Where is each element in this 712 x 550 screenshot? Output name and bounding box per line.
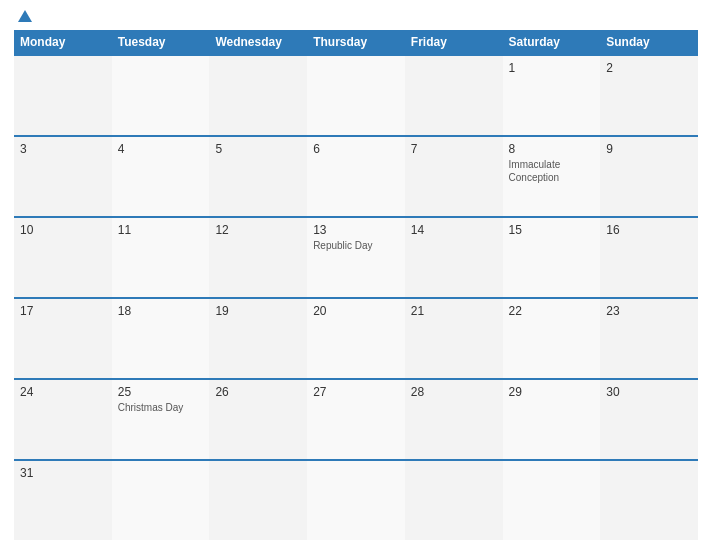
calendar-body: 12345678Immaculate Conception910111213Re… <box>14 54 698 540</box>
calendar-cell <box>209 56 307 135</box>
calendar-page: MondayTuesdayWednesdayThursdayFridaySatu… <box>0 0 712 550</box>
calendar-cell: 2 <box>600 56 698 135</box>
holiday-label: Immaculate Conception <box>509 158 595 184</box>
day-number: 23 <box>606 304 692 318</box>
calendar-row: 31 <box>14 459 698 540</box>
calendar-cell: 9 <box>600 137 698 216</box>
weekday-header: Saturday <box>503 30 601 54</box>
weekday-header: Wednesday <box>209 30 307 54</box>
calendar-cell: 11 <box>112 218 210 297</box>
day-number: 31 <box>20 466 106 480</box>
day-number: 30 <box>606 385 692 399</box>
calendar-cell: 15 <box>503 218 601 297</box>
holiday-label: Republic Day <box>313 239 399 252</box>
calendar-row: 345678Immaculate Conception9 <box>14 135 698 216</box>
day-number: 15 <box>509 223 595 237</box>
logo-triangle-icon <box>18 10 32 22</box>
day-number: 26 <box>215 385 301 399</box>
day-number: 16 <box>606 223 692 237</box>
calendar-cell: 12 <box>209 218 307 297</box>
calendar-cell: 8Immaculate Conception <box>503 137 601 216</box>
day-number: 5 <box>215 142 301 156</box>
calendar-cell <box>600 461 698 540</box>
day-number: 9 <box>606 142 692 156</box>
weekday-header: Monday <box>14 30 112 54</box>
calendar-cell <box>307 56 405 135</box>
day-number: 29 <box>509 385 595 399</box>
calendar-header: MondayTuesdayWednesdayThursdayFridaySatu… <box>14 30 698 54</box>
calendar-cell: 5 <box>209 137 307 216</box>
day-number: 7 <box>411 142 497 156</box>
logo-blue-text <box>14 10 32 22</box>
day-number: 2 <box>606 61 692 75</box>
calendar-row: 12 <box>14 54 698 135</box>
calendar-cell: 14 <box>405 218 503 297</box>
calendar: MondayTuesdayWednesdayThursdayFridaySatu… <box>14 30 698 540</box>
calendar-cell: 16 <box>600 218 698 297</box>
day-number: 21 <box>411 304 497 318</box>
day-number: 22 <box>509 304 595 318</box>
calendar-cell <box>405 461 503 540</box>
calendar-cell: 13Republic Day <box>307 218 405 297</box>
calendar-cell: 20 <box>307 299 405 378</box>
calendar-cell <box>209 461 307 540</box>
calendar-cell: 23 <box>600 299 698 378</box>
calendar-row: 2425Christmas Day2627282930 <box>14 378 698 459</box>
day-number: 8 <box>509 142 595 156</box>
weekday-header: Sunday <box>600 30 698 54</box>
day-number: 1 <box>509 61 595 75</box>
header <box>14 10 698 22</box>
weekday-header: Friday <box>405 30 503 54</box>
calendar-cell <box>503 461 601 540</box>
day-number: 14 <box>411 223 497 237</box>
calendar-cell: 28 <box>405 380 503 459</box>
day-number: 11 <box>118 223 204 237</box>
day-number: 25 <box>118 385 204 399</box>
calendar-cell: 3 <box>14 137 112 216</box>
calendar-cell: 21 <box>405 299 503 378</box>
calendar-cell: 4 <box>112 137 210 216</box>
calendar-cell: 18 <box>112 299 210 378</box>
calendar-row: 10111213Republic Day141516 <box>14 216 698 297</box>
day-number: 18 <box>118 304 204 318</box>
calendar-cell: 17 <box>14 299 112 378</box>
day-number: 19 <box>215 304 301 318</box>
day-number: 27 <box>313 385 399 399</box>
calendar-cell <box>405 56 503 135</box>
calendar-cell: 1 <box>503 56 601 135</box>
calendar-cell: 30 <box>600 380 698 459</box>
day-number: 13 <box>313 223 399 237</box>
calendar-cell <box>14 56 112 135</box>
calendar-cell: 31 <box>14 461 112 540</box>
holiday-label: Christmas Day <box>118 401 204 414</box>
day-number: 4 <box>118 142 204 156</box>
calendar-cell: 10 <box>14 218 112 297</box>
calendar-cell <box>307 461 405 540</box>
calendar-row: 17181920212223 <box>14 297 698 378</box>
calendar-cell <box>112 461 210 540</box>
calendar-cell: 6 <box>307 137 405 216</box>
calendar-cell: 19 <box>209 299 307 378</box>
calendar-cell <box>112 56 210 135</box>
day-number: 12 <box>215 223 301 237</box>
weekday-header: Tuesday <box>112 30 210 54</box>
day-number: 3 <box>20 142 106 156</box>
day-number: 10 <box>20 223 106 237</box>
calendar-cell: 26 <box>209 380 307 459</box>
logo <box>14 10 32 22</box>
calendar-cell: 29 <box>503 380 601 459</box>
calendar-cell: 24 <box>14 380 112 459</box>
calendar-cell: 22 <box>503 299 601 378</box>
weekday-header: Thursday <box>307 30 405 54</box>
day-number: 24 <box>20 385 106 399</box>
day-number: 6 <box>313 142 399 156</box>
calendar-cell: 7 <box>405 137 503 216</box>
day-number: 17 <box>20 304 106 318</box>
calendar-cell: 27 <box>307 380 405 459</box>
day-number: 20 <box>313 304 399 318</box>
calendar-cell: 25Christmas Day <box>112 380 210 459</box>
day-number: 28 <box>411 385 497 399</box>
